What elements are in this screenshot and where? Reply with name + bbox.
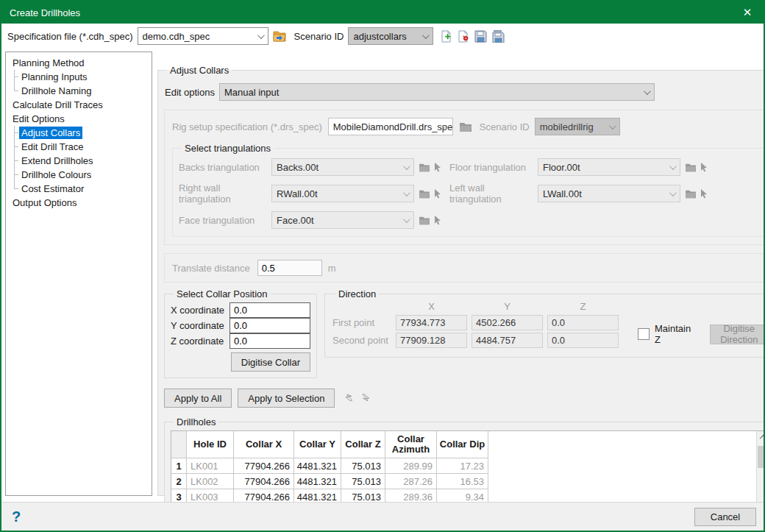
first-point-x-input	[396, 315, 467, 330]
direction-x-header: X	[396, 301, 467, 313]
cell-collar-z[interactable]: 75.013	[341, 474, 385, 489]
tree-item-edit-drill-trace[interactable]: Edit Drill Trace	[7, 140, 150, 154]
cell-collar-azimuth[interactable]: 289.99	[385, 458, 437, 474]
close-icon: ✕	[743, 6, 752, 19]
second-point-x-input	[396, 333, 467, 348]
left-wall-triangulation-label: Left wall triangulation	[449, 182, 538, 205]
column-header-collar-y[interactable]: Collar Y	[294, 431, 341, 458]
cell-collar-y[interactable]: 4481.321	[294, 458, 341, 474]
undo-icon	[345, 394, 355, 402]
redo-icon	[361, 394, 371, 402]
face-triangulation-label: Face triangulation	[179, 215, 271, 226]
tree-item-planning-method[interactable]: Planning Method	[7, 56, 150, 70]
column-header-collar-z[interactable]: Collar Z	[341, 431, 385, 458]
rig-spec-value: MobileDiamondDrill.drs_spec	[333, 121, 453, 132]
scenario-id-value: adjustcollars	[353, 31, 406, 42]
chevron-down-icon	[403, 189, 410, 196]
column-header-collar-azimuth[interactable]: Collar Azimuth	[385, 431, 437, 458]
scenario-id-label: Scenario ID	[294, 31, 344, 42]
close-button[interactable]: ✕	[731, 1, 764, 24]
z-coordinate-input[interactable]	[230, 333, 310, 349]
dialog-body: Planning Method Planning Inputs Drillhol…	[1, 49, 764, 502]
direction-y-header: Y	[472, 301, 543, 313]
delete-scenario-icon[interactable]	[458, 30, 470, 43]
spec-file-combobox[interactable]: demo.cdh_spec	[138, 27, 268, 45]
save-icon[interactable]	[474, 30, 487, 43]
direction-title: Direction	[335, 288, 379, 299]
new-scenario-icon[interactable]	[441, 30, 453, 43]
first-point-y-input	[472, 315, 543, 330]
select-collar-position-group: Select Collar Position X coordinate Y co…	[164, 288, 317, 378]
rig-spec-label: Rig setup specification (*.drs_spec)	[172, 121, 322, 132]
row-number[interactable]: 2	[171, 474, 187, 489]
chevron-down-icon	[644, 88, 651, 95]
spec-file-value: demo.cdh_spec	[143, 31, 210, 42]
spec-file-label: Specification file (*.cdh_spec)	[7, 31, 133, 42]
apply-to-selection-button[interactable]: Apply to Selection	[238, 389, 335, 408]
chevron-down-icon	[257, 32, 264, 39]
translate-distance-label: Translate distance	[172, 263, 250, 274]
tree-item-cost-estimator[interactable]: Cost Estimator	[7, 182, 150, 196]
pick-cursor-icon	[434, 189, 441, 199]
edit-options-combobox[interactable]: Manual input	[219, 83, 655, 101]
scenario-id-combobox[interactable]: adjustcollars	[348, 27, 433, 45]
rig-scenario-value: mobiledrillrig	[540, 121, 594, 132]
chevron-down-icon	[609, 122, 616, 130]
cell-collar-z[interactable]: 75.013	[341, 458, 385, 474]
settings-tree: Planning Method Planning Inputs Drillhol…	[5, 52, 152, 496]
y-coordinate-input[interactable]	[230, 318, 310, 333]
tree-item-drillhole-colours[interactable]: Drillhole Colours	[7, 168, 150, 182]
cell-collar-azimuth[interactable]: 287.26	[385, 474, 437, 489]
second-point-label: Second point	[332, 335, 391, 346]
tree-item-calculate-drill-traces[interactable]: Calculate Drill Traces	[7, 98, 150, 112]
rig-setup-section: Rig setup specification (*.drs_spec) Mob…	[164, 110, 765, 245]
column-header-hole-id[interactable]: Hole ID	[187, 431, 234, 458]
row-number[interactable]: 1	[171, 458, 187, 474]
cancel-button[interactable]: Cancel	[694, 508, 756, 526]
select-triangulations-title: Select triangulations	[182, 143, 274, 154]
direction-z-header: Z	[547, 301, 619, 313]
tree-item-output-options[interactable]: Output Options	[7, 196, 150, 210]
tree-item-drillhole-naming[interactable]: Drillhole Naming	[7, 84, 150, 98]
tree-item-edit-options[interactable]: Edit Options	[7, 112, 150, 126]
cell-collar-dip[interactable]: 17.23	[437, 458, 488, 474]
cell-collar-x[interactable]: 77904.266	[234, 458, 294, 474]
scroll-up-arrow-icon[interactable]	[757, 431, 765, 444]
translate-distance-unit: m	[328, 263, 336, 274]
cell-collar-y[interactable]: 4481.321	[294, 474, 341, 489]
create-drillholes-dialog: Create Drillholes ✕ Specification file (…	[0, 0, 765, 532]
chevron-down-icon	[422, 32, 430, 39]
cell-hole-id[interactable]: LK002	[187, 474, 234, 489]
scrollbar-thumb[interactable]	[758, 446, 765, 468]
direction-group: Direction X Y Z First point Second point	[324, 288, 765, 358]
folder-icon	[685, 163, 697, 172]
x-coordinate-input[interactable]	[230, 302, 310, 318]
floor-triangulation-combobox: Floor.00t	[538, 158, 680, 176]
tree-item-extend-drillholes[interactable]: Extend Drillholes	[7, 154, 150, 168]
maintain-z-checkbox[interactable]	[638, 328, 650, 340]
digitise-collar-button[interactable]: Digitise Collar	[231, 352, 310, 372]
tree-item-planning-inputs[interactable]: Planning Inputs	[7, 70, 150, 84]
table-corner-cell	[171, 431, 187, 458]
cell-collar-dip[interactable]: 16.53	[437, 474, 488, 489]
rig-scenario-combobox: mobiledrillrig	[535, 118, 620, 135]
folder-icon	[419, 216, 430, 225]
adjust-collars-group: Adjust Collars Edit options Manual input…	[157, 65, 765, 496]
column-header-collar-dip[interactable]: Collar Dip	[437, 431, 488, 458]
right-wall-triangulation-combobox: RWall.00t	[271, 185, 414, 202]
chevron-down-icon	[403, 216, 410, 223]
floor-triangulation-label: Floor triangulation	[449, 162, 538, 173]
left-wall-triangulation-combobox: LWall.00t	[538, 185, 680, 202]
window-title: Create Drillholes	[10, 7, 80, 18]
cell-collar-x[interactable]: 77904.266	[234, 474, 294, 489]
second-point-y-input	[472, 333, 543, 348]
tree-item-adjust-collars[interactable]: Adjust Collars	[7, 126, 150, 140]
open-folder-icon[interactable]	[273, 30, 287, 42]
apply-to-all-button[interactable]: Apply to All	[164, 389, 232, 408]
help-icon[interactable]: ?	[12, 508, 21, 525]
column-header-collar-x[interactable]: Collar X	[234, 431, 294, 458]
translate-distance-input[interactable]	[257, 260, 322, 276]
save-as-icon[interactable]	[491, 30, 505, 43]
folder-icon	[419, 189, 430, 199]
cell-hole-id[interactable]: LK001	[187, 458, 234, 474]
